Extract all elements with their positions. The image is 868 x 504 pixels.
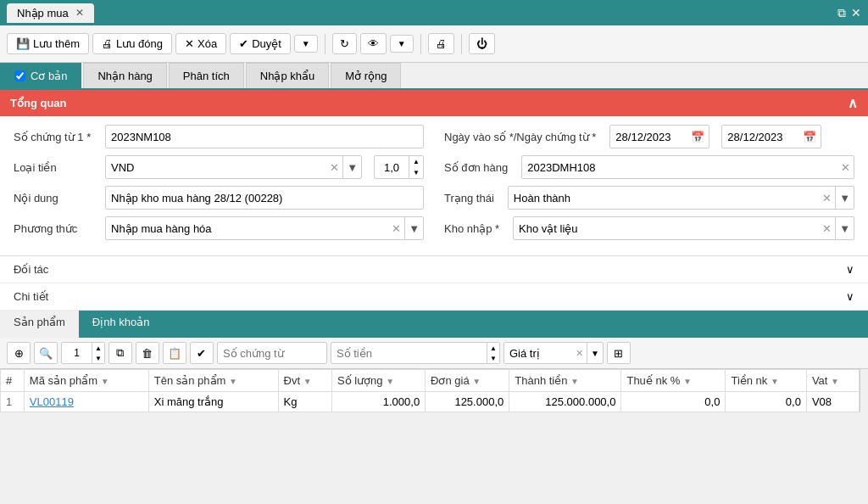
so-tien-up-icon[interactable]: ▲ bbox=[487, 343, 499, 353]
so-tien-down-icon[interactable]: ▼ bbox=[487, 353, 499, 363]
collapse-button[interactable]: ∧ bbox=[848, 95, 858, 111]
calculator-button[interactable]: ⊞ bbox=[607, 342, 631, 364]
filter-dvt-icon[interactable]: ▼ bbox=[303, 377, 312, 386]
filter-thue-nk-icon[interactable]: ▼ bbox=[683, 377, 692, 386]
search-row-button[interactable]: 🔍 bbox=[34, 342, 58, 364]
noi-dung-input[interactable] bbox=[105, 186, 424, 210]
gia-tri-arrow-icon[interactable]: ▼ bbox=[587, 343, 603, 363]
trang-thai-input[interactable]: ✕ ▼ bbox=[508, 186, 854, 210]
table-row[interactable]: 1 VL00119 Xi măng trắng Kg 1.000,0 125.0… bbox=[1, 392, 860, 412]
check-button[interactable]: ✔ bbox=[190, 342, 214, 364]
kho-nhap-clear-icon[interactable]: ✕ bbox=[819, 222, 835, 235]
ty-gia-up-icon[interactable]: ▲ bbox=[409, 156, 423, 167]
gia-tri-clear-icon[interactable]: ✕ bbox=[572, 348, 587, 359]
loai-tien-clear-icon[interactable]: ✕ bbox=[326, 161, 342, 174]
ngay-chung-tu-field[interactable] bbox=[722, 131, 798, 143]
ngay-vao-so-field[interactable] bbox=[610, 131, 687, 143]
view-dropdown-button[interactable]: ▼ bbox=[390, 35, 414, 53]
data-table: # Mã sản phẩm ▼ Tên sản phẩm ▼ Đvt ▼ Số … bbox=[0, 369, 860, 412]
filter-don-gia-icon[interactable]: ▼ bbox=[472, 377, 481, 386]
loai-tien-field[interactable] bbox=[106, 156, 326, 178]
chi-tiet-expand-icon[interactable]: ∨ bbox=[846, 290, 854, 303]
trang-thai-clear-icon[interactable]: ✕ bbox=[819, 192, 835, 204]
scrollbar[interactable] bbox=[860, 369, 868, 412]
restore-icon[interactable]: ⧉ bbox=[837, 6, 846, 20]
tab-phan-tich[interactable]: Phân tích bbox=[169, 63, 244, 88]
chi-tiet-row[interactable]: Chi tiết ∨ bbox=[0, 283, 868, 311]
phuong-thuc-input[interactable]: ✕ ▼ bbox=[105, 216, 424, 240]
trang-thai-arrow-icon[interactable]: ▼ bbox=[835, 187, 854, 209]
ty-gia-input[interactable] bbox=[375, 161, 409, 174]
calendar-icon-1[interactable]: 📅 bbox=[687, 131, 709, 143]
kho-nhap-field[interactable] bbox=[514, 217, 819, 239]
view-button[interactable]: 👁 bbox=[360, 33, 387, 54]
doi-tac-row[interactable]: Đối tác ∨ bbox=[0, 256, 868, 283]
tab-co-ban[interactable]: Cơ bản bbox=[0, 63, 81, 88]
filter-thanh-tien-icon[interactable]: ▼ bbox=[570, 377, 579, 386]
so-don-hang-input[interactable]: ✕ bbox=[521, 155, 854, 179]
delete-button[interactable]: ✕ Xóa bbox=[175, 33, 226, 54]
data-table-wrapper: # Mã sản phẩm ▼ Tên sản phẩm ▼ Đvt ▼ Số … bbox=[0, 369, 868, 412]
filter-ma-sp-icon[interactable]: ▼ bbox=[101, 377, 109, 386]
filter-ten-sp-icon[interactable]: ▼ bbox=[229, 377, 237, 386]
sub-tab-san-pham[interactable]: Sản phẩm bbox=[0, 311, 79, 338]
tab-mo-rong[interactable]: Mở rộng bbox=[331, 63, 401, 88]
cell-don-gia: 125.000,0 bbox=[426, 392, 509, 412]
loai-tien-label: Loại tiền bbox=[14, 161, 98, 174]
sub-tab-dinh-khoan[interactable]: Định khoản bbox=[79, 311, 164, 338]
save-close-button[interactable]: 🖨 Lưu đóng bbox=[92, 33, 172, 54]
close-icon[interactable]: ✕ bbox=[851, 6, 861, 20]
loai-tien-input[interactable]: ✕ ▼ bbox=[105, 155, 362, 179]
approve-dropdown-button[interactable]: ▼ bbox=[294, 35, 318, 53]
loai-tien-arrow-icon[interactable]: ▼ bbox=[342, 156, 361, 178]
doi-tac-expand-icon[interactable]: ∨ bbox=[846, 263, 854, 276]
so-tien-input[interactable] bbox=[331, 347, 487, 360]
phuong-thuc-arrow-icon[interactable]: ▼ bbox=[404, 217, 423, 239]
ty-gia-stepper[interactable]: ▲ ▼ bbox=[374, 155, 424, 179]
kho-nhap-input[interactable]: ✕ ▼ bbox=[513, 216, 854, 240]
filter-tien-nk-icon[interactable]: ▼ bbox=[771, 377, 779, 386]
tab-nhap-khau[interactable]: Nhập khẩu bbox=[246, 63, 329, 88]
tab-co-ban-checkbox[interactable] bbox=[14, 70, 25, 81]
gia-tri-input[interactable] bbox=[504, 347, 572, 360]
phuong-thuc-clear-icon[interactable]: ✕ bbox=[388, 222, 404, 235]
title-tab-close[interactable]: ✕ bbox=[75, 7, 84, 19]
table-toolbar: ⊕ 🔍 ▲ ▼ ⧉ 🗑 📋 ✔ ▲ ▼ bbox=[0, 338, 868, 369]
phuong-thuc-field[interactable] bbox=[106, 217, 388, 239]
so-chung-tu-input[interactable] bbox=[105, 125, 424, 148]
cell-ten-sp: Xi măng trắng bbox=[148, 392, 278, 412]
kho-nhap-arrow-icon[interactable]: ▼ bbox=[835, 217, 854, 239]
row-count-down-icon[interactable]: ▼ bbox=[92, 353, 104, 363]
table-scroll[interactable]: # Mã sản phẩm ▼ Tên sản phẩm ▼ Đvt ▼ Số … bbox=[0, 369, 860, 412]
delete-row-icon: 🗑 bbox=[142, 347, 153, 360]
delete-row-button[interactable]: 🗑 bbox=[136, 342, 159, 364]
save-add-button[interactable]: 💾 Lưu thêm bbox=[7, 33, 89, 54]
cell-ma-sp[interactable]: VL00119 bbox=[24, 392, 148, 412]
chung-tu-search-input[interactable] bbox=[217, 342, 327, 364]
row-count-input[interactable] bbox=[62, 347, 92, 359]
copy-row-button[interactable]: ⧉ bbox=[108, 342, 132, 364]
print-button[interactable]: 🖨 bbox=[428, 33, 454, 54]
calendar-icon-2[interactable]: 📅 bbox=[798, 131, 821, 143]
view-dropdown-arrow: ▼ bbox=[398, 39, 406, 48]
paste-button[interactable]: 📋 bbox=[163, 342, 186, 364]
ngay-vao-so-input[interactable]: 📅 bbox=[609, 125, 709, 148]
filter-vat-icon[interactable]: ▼ bbox=[831, 377, 839, 386]
so-don-hang-field[interactable] bbox=[522, 156, 837, 178]
ngay-chung-tu-input[interactable]: 📅 bbox=[721, 125, 821, 148]
power-button[interactable]: ⏻ bbox=[469, 33, 495, 54]
tab-nhan-hang[interactable]: Nhận hàng bbox=[83, 63, 166, 88]
so-don-hang-clear-icon[interactable]: ✕ bbox=[837, 161, 854, 174]
phuong-thuc-col: Phương thức ✕ ▼ bbox=[14, 216, 424, 240]
refresh-button[interactable]: ↻ bbox=[332, 33, 357, 54]
table-body: 1 VL00119 Xi măng trắng Kg 1.000,0 125.0… bbox=[1, 392, 860, 412]
ty-gia-down-icon[interactable]: ▼ bbox=[409, 167, 423, 178]
add-row-button[interactable]: ⊕ bbox=[7, 342, 31, 364]
approve-button[interactable]: ✔ Duyệt bbox=[230, 33, 291, 54]
trang-thai-field[interactable] bbox=[509, 187, 819, 209]
so-tien-input-group[interactable]: ▲ ▼ bbox=[331, 342, 500, 364]
row-count-up-icon[interactable]: ▲ bbox=[92, 343, 104, 353]
gia-tri-select[interactable]: ✕ ▼ bbox=[504, 342, 604, 364]
filter-so-luong-icon[interactable]: ▼ bbox=[386, 377, 394, 386]
row-count-stepper[interactable]: ▲ ▼ bbox=[61, 342, 105, 364]
